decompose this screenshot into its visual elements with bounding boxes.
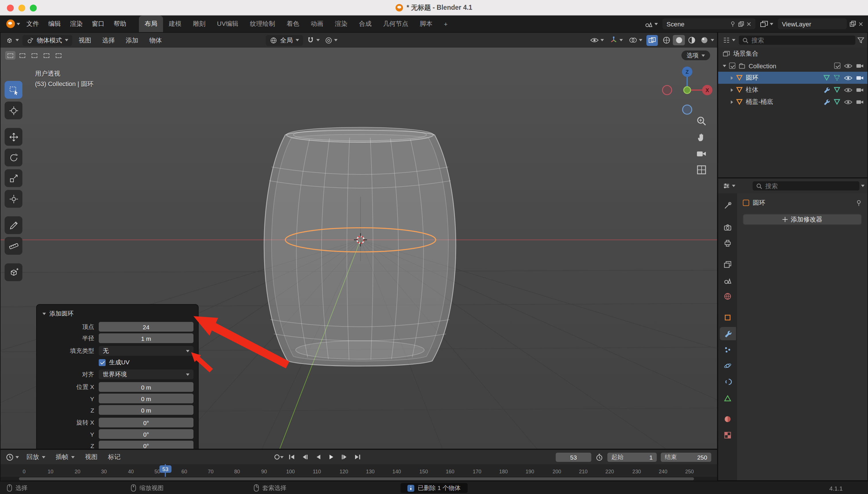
zoom-button[interactable] [696,115,707,127]
scene-type-dropdown[interactable] [643,18,660,29]
timeline-scrollbar[interactable] [1,477,717,481]
play-button[interactable] [326,452,337,462]
viewport-menu-add[interactable]: 添加 [121,34,143,46]
camera-view-button[interactable] [696,149,707,159]
workspace-tab-rendering[interactable]: 渲染 [329,16,353,32]
new-viewlayer-icon[interactable] [850,21,856,27]
shading-material-button[interactable] [685,35,698,45]
viewport-menu-select[interactable]: 选择 [97,34,119,46]
vertices-field[interactable]: 24 [99,322,193,331]
collection-checkbox[interactable] [729,62,735,69]
scene-name-field[interactable]: Scene [663,18,756,29]
menu-help[interactable]: 帮助 [109,18,131,30]
location-x-field[interactable]: 0 m [99,382,193,392]
gizmo-y-axis[interactable] [684,87,690,94]
blender-menu-button[interactable] [5,18,22,29]
tab-scene[interactable] [720,274,736,287]
jump-to-end-button[interactable] [352,452,364,462]
menu-edit[interactable]: 编辑 [44,18,66,30]
snap-toggle-button[interactable] [305,35,321,45]
preview-range-toggle[interactable] [595,453,603,461]
operator-panel-header[interactable]: 添加圆环 [37,307,193,320]
location-y-field[interactable]: 0 m [99,394,193,403]
play-reverse-button[interactable] [312,452,324,462]
workspace-tab-geometry-nodes[interactable]: 几何节点 [377,16,414,32]
workspace-tab-scripting[interactable]: 脚本 [414,16,438,32]
gizmo-x-negative[interactable] [663,86,672,95]
workspace-tab-uv[interactable]: UV编辑 [211,16,244,32]
tab-render[interactable] [720,220,736,233]
tab-tool[interactable] [720,199,736,212]
tool-options-dropdown[interactable]: 选项 [681,51,710,60]
tool-transform[interactable] [5,190,22,208]
menu-window[interactable]: 窗口 [87,18,109,30]
add-workspace-button[interactable]: + [438,16,454,32]
outliner-editor-type-button[interactable] [721,35,737,45]
hide-eye-icon[interactable] [844,75,852,81]
xray-toggle-button[interactable] [646,35,658,45]
orthographic-toggle-button[interactable] [696,164,707,175]
outliner-search-input[interactable]: 搜索 [739,36,855,45]
visibility-dropdown[interactable] [588,35,606,45]
tab-physics[interactable] [720,359,736,372]
viewlayer-type-dropdown[interactable] [758,18,775,29]
minimize-window-button[interactable] [18,5,25,12]
tool-measure[interactable] [5,237,22,255]
transform-orientation-dropdown[interactable]: 全局 [266,35,303,45]
overlays-dropdown[interactable] [627,35,644,45]
generate-uv-checkbox[interactable] [99,359,106,366]
collapse-icon[interactable] [723,64,726,67]
maximize-window-button[interactable] [30,5,37,12]
align-dropdown[interactable]: 世界环境 [99,369,193,379]
gizmo-z-negative[interactable] [683,105,692,114]
scrollbar-handle[interactable] [19,477,694,480]
expand-icon[interactable] [731,100,733,103]
tab-constraints[interactable] [720,375,736,388]
scene-collection-row[interactable]: 场景集合 [718,48,867,60]
close-window-button[interactable] [7,5,14,12]
expand-icon[interactable] [731,76,733,79]
timeline-editor-type-button[interactable] [4,452,21,462]
workspace-tab-layout[interactable]: 布局 [139,16,163,32]
tab-particles[interactable] [720,343,736,356]
workspace-tab-compositing[interactable]: 合成 [353,16,377,32]
tab-modifiers[interactable] [720,327,736,340]
viewport-menu-view[interactable]: 视图 [74,34,96,46]
workspace-tab-animation[interactable]: 动画 [305,16,329,32]
hide-eye-icon[interactable] [844,99,852,105]
hide-eye-icon[interactable] [844,63,852,69]
rotation-x-field[interactable]: 0° [99,418,193,428]
barrel-mesh[interactable] [264,127,456,366]
menu-render[interactable]: 渲染 [66,18,87,30]
pin-icon[interactable] [730,20,735,27]
shading-solid-button[interactable] [673,35,685,45]
location-z-field[interactable]: 0 m [99,405,193,415]
select-mode-subtract[interactable] [29,51,40,60]
next-keyframe-button[interactable] [339,452,351,462]
new-scene-icon[interactable] [738,21,744,27]
timeline-menu-marker[interactable]: 标记 [103,451,125,463]
collection-row[interactable]: Collection [718,60,867,72]
radius-field[interactable]: 1 m [99,334,193,343]
exclude-checkbox[interactable] [834,62,841,69]
prev-keyframe-button[interactable] [299,452,311,462]
jump-to-start-button[interactable] [286,452,298,462]
tool-scale[interactable] [5,169,22,187]
tab-object-data[interactable] [720,391,736,404]
select-mode-set[interactable] [5,51,16,60]
navigation-gizmo[interactable]: Z X [659,64,716,118]
disable-render-camera-icon[interactable] [856,75,864,81]
tab-texture[interactable] [720,429,736,442]
disable-render-camera-icon[interactable] [856,87,864,93]
disable-render-camera-icon[interactable] [856,99,864,105]
object-row-barrel[interactable]: 桶盖-桶底 [718,96,867,108]
properties-editor-type-button[interactable] [721,180,737,191]
current-frame-field[interactable]: 53 [556,452,591,461]
chevron-down-icon[interactable] [861,185,865,187]
select-mode-invert[interactable] [41,51,52,60]
timeline-ruler[interactable]: 0 10 20 30 40 50 60 70 80 90 100 110 120… [1,464,717,477]
timeline-menu-view[interactable]: 视图 [80,451,102,463]
frame-start-field[interactable]: 起始 1 [607,452,657,461]
outliner-filter-button[interactable] [857,37,865,44]
select-mode-intersect[interactable] [53,51,64,60]
